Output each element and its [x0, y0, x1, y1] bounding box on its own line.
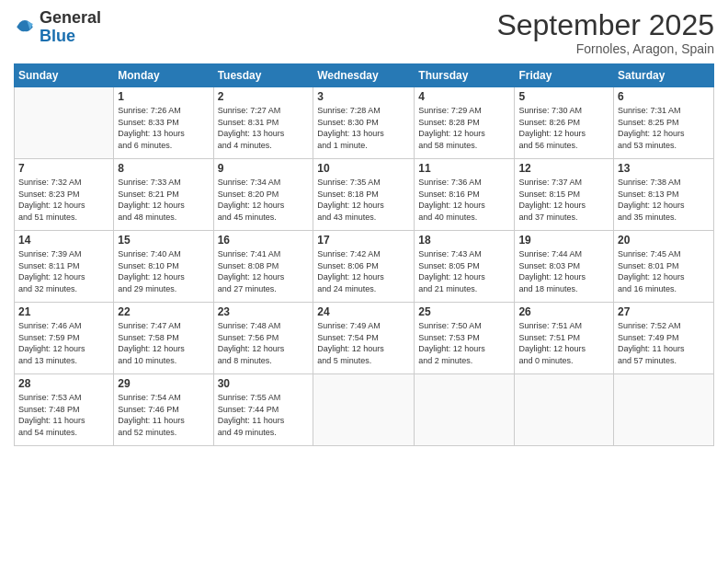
calendar-cell: 11Sunrise: 7:36 AM Sunset: 8:16 PM Dayli…: [415, 159, 515, 231]
calendar-cell: [313, 374, 415, 446]
day-number: 17: [317, 234, 410, 247]
day-number: 7: [18, 162, 109, 175]
col-thursday: Thursday: [415, 64, 515, 87]
day-number: 6: [618, 90, 710, 103]
logo-text: General Blue: [40, 9, 101, 46]
calendar-cell: 6Sunrise: 7:31 AM Sunset: 8:25 PM Daylig…: [614, 87, 714, 159]
calendar-cell: [515, 374, 614, 446]
calendar-cell: 29Sunrise: 7:54 AM Sunset: 7:46 PM Dayli…: [114, 374, 213, 446]
calendar-cell: 2Sunrise: 7:27 AM Sunset: 8:31 PM Daylig…: [213, 87, 313, 159]
calendar-cell: 22Sunrise: 7:47 AM Sunset: 7:58 PM Dayli…: [114, 303, 213, 374]
day-number: 25: [418, 305, 510, 318]
week-row-2: 7Sunrise: 7:32 AM Sunset: 8:23 PM Daylig…: [15, 159, 714, 231]
day-number: 3: [317, 90, 410, 103]
day-number: 9: [218, 162, 310, 175]
month-title: September 2025: [496, 9, 714, 41]
day-info: Sunrise: 7:37 AM Sunset: 8:15 PM Dayligh…: [518, 177, 609, 223]
week-row-4: 21Sunrise: 7:46 AM Sunset: 7:59 PM Dayli…: [15, 303, 714, 374]
day-info: Sunrise: 7:54 AM Sunset: 7:46 PM Dayligh…: [118, 392, 209, 438]
calendar-cell: 13Sunrise: 7:38 AM Sunset: 8:13 PM Dayli…: [614, 159, 714, 231]
day-info: Sunrise: 7:30 AM Sunset: 8:26 PM Dayligh…: [518, 105, 609, 151]
day-number: 11: [418, 162, 510, 175]
day-info: Sunrise: 7:52 AM Sunset: 7:49 PM Dayligh…: [618, 320, 710, 366]
day-info: Sunrise: 7:34 AM Sunset: 8:20 PM Dayligh…: [218, 177, 310, 223]
day-number: 29: [118, 377, 209, 390]
calendar-cell: 3Sunrise: 7:28 AM Sunset: 8:30 PM Daylig…: [313, 87, 415, 159]
col-sunday: Sunday: [15, 64, 114, 87]
calendar-cell: 21Sunrise: 7:46 AM Sunset: 7:59 PM Dayli…: [15, 303, 114, 374]
logo: General Blue: [14, 9, 101, 46]
day-number: 30: [218, 377, 310, 390]
day-info: Sunrise: 7:38 AM Sunset: 8:13 PM Dayligh…: [618, 177, 710, 223]
day-info: Sunrise: 7:26 AM Sunset: 8:33 PM Dayligh…: [118, 105, 209, 151]
day-info: Sunrise: 7:43 AM Sunset: 8:05 PM Dayligh…: [418, 248, 510, 294]
col-tuesday: Tuesday: [213, 64, 313, 87]
calendar-cell: [614, 374, 714, 446]
calendar-cell: 12Sunrise: 7:37 AM Sunset: 8:15 PM Dayli…: [515, 159, 614, 231]
day-info: Sunrise: 7:31 AM Sunset: 8:25 PM Dayligh…: [618, 105, 710, 151]
calendar-cell: 24Sunrise: 7:49 AM Sunset: 7:54 PM Dayli…: [313, 303, 415, 374]
calendar-cell: [15, 87, 114, 159]
page: General Blue September 2025 Fornoles, Ar…: [0, 0, 728, 563]
day-number: 5: [518, 90, 609, 103]
calendar-header-row: Sunday Monday Tuesday Wednesday Thursday…: [15, 64, 714, 87]
col-monday: Monday: [114, 64, 213, 87]
day-info: Sunrise: 7:44 AM Sunset: 8:03 PM Dayligh…: [518, 248, 609, 294]
day-number: 28: [18, 377, 109, 390]
day-number: 26: [518, 305, 609, 318]
day-info: Sunrise: 7:55 AM Sunset: 7:44 PM Dayligh…: [218, 392, 310, 438]
calendar-cell: 8Sunrise: 7:33 AM Sunset: 8:21 PM Daylig…: [114, 159, 213, 231]
day-info: Sunrise: 7:41 AM Sunset: 8:08 PM Dayligh…: [218, 248, 310, 294]
calendar-cell: 25Sunrise: 7:50 AM Sunset: 7:53 PM Dayli…: [415, 303, 515, 374]
day-number: 24: [317, 305, 410, 318]
calendar-cell: 28Sunrise: 7:53 AM Sunset: 7:48 PM Dayli…: [15, 374, 114, 446]
day-info: Sunrise: 7:36 AM Sunset: 8:16 PM Dayligh…: [418, 177, 510, 223]
day-info: Sunrise: 7:42 AM Sunset: 8:06 PM Dayligh…: [317, 248, 410, 294]
day-number: 2: [218, 90, 310, 103]
day-number: 8: [118, 162, 209, 175]
calendar-cell: 1Sunrise: 7:26 AM Sunset: 8:33 PM Daylig…: [114, 87, 213, 159]
day-number: 23: [218, 305, 310, 318]
calendar-cell: 27Sunrise: 7:52 AM Sunset: 7:49 PM Dayli…: [614, 303, 714, 374]
calendar-cell: 17Sunrise: 7:42 AM Sunset: 8:06 PM Dayli…: [313, 231, 415, 303]
day-number: 10: [317, 162, 410, 175]
day-number: 4: [418, 90, 510, 103]
day-info: Sunrise: 7:47 AM Sunset: 7:58 PM Dayligh…: [118, 320, 209, 366]
day-info: Sunrise: 7:50 AM Sunset: 7:53 PM Dayligh…: [418, 320, 510, 366]
day-info: Sunrise: 7:39 AM Sunset: 8:11 PM Dayligh…: [18, 248, 109, 294]
day-info: Sunrise: 7:46 AM Sunset: 7:59 PM Dayligh…: [18, 320, 109, 366]
day-info: Sunrise: 7:49 AM Sunset: 7:54 PM Dayligh…: [317, 320, 410, 366]
calendar-cell: 10Sunrise: 7:35 AM Sunset: 8:18 PM Dayli…: [313, 159, 415, 231]
logo-general: General: [40, 8, 101, 27]
calendar-cell: 18Sunrise: 7:43 AM Sunset: 8:05 PM Dayli…: [415, 231, 515, 303]
day-number: 18: [418, 234, 510, 247]
day-info: Sunrise: 7:40 AM Sunset: 8:10 PM Dayligh…: [118, 248, 209, 294]
calendar-cell: 19Sunrise: 7:44 AM Sunset: 8:03 PM Dayli…: [515, 231, 614, 303]
week-row-3: 14Sunrise: 7:39 AM Sunset: 8:11 PM Dayli…: [15, 231, 714, 303]
day-number: 12: [518, 162, 609, 175]
calendar-cell: [415, 374, 515, 446]
calendar-cell: 9Sunrise: 7:34 AM Sunset: 8:20 PM Daylig…: [213, 159, 313, 231]
day-info: Sunrise: 7:28 AM Sunset: 8:30 PM Dayligh…: [317, 105, 410, 151]
day-number: 14: [18, 234, 109, 247]
calendar-cell: 15Sunrise: 7:40 AM Sunset: 8:10 PM Dayli…: [114, 231, 213, 303]
calendar-cell: 26Sunrise: 7:51 AM Sunset: 7:51 PM Dayli…: [515, 303, 614, 374]
day-info: Sunrise: 7:32 AM Sunset: 8:23 PM Dayligh…: [18, 177, 109, 223]
day-number: 15: [118, 234, 209, 247]
calendar-cell: 23Sunrise: 7:48 AM Sunset: 7:56 PM Dayli…: [213, 303, 313, 374]
calendar-cell: 20Sunrise: 7:45 AM Sunset: 8:01 PM Dayli…: [614, 231, 714, 303]
calendar-cell: 5Sunrise: 7:30 AM Sunset: 8:26 PM Daylig…: [515, 87, 614, 159]
day-info: Sunrise: 7:33 AM Sunset: 8:21 PM Dayligh…: [118, 177, 209, 223]
day-number: 22: [118, 305, 209, 318]
calendar-cell: 4Sunrise: 7:29 AM Sunset: 8:28 PM Daylig…: [415, 87, 515, 159]
day-number: 16: [218, 234, 310, 247]
day-info: Sunrise: 7:27 AM Sunset: 8:31 PM Dayligh…: [218, 105, 310, 151]
calendar-cell: 7Sunrise: 7:32 AM Sunset: 8:23 PM Daylig…: [15, 159, 114, 231]
title-block: September 2025 Fornoles, Aragon, Spain: [496, 9, 714, 56]
week-row-1: 1Sunrise: 7:26 AM Sunset: 8:33 PM Daylig…: [15, 87, 714, 159]
day-info: Sunrise: 7:35 AM Sunset: 8:18 PM Dayligh…: [317, 177, 410, 223]
col-saturday: Saturday: [614, 64, 714, 87]
day-number: 13: [618, 162, 710, 175]
calendar-cell: 14Sunrise: 7:39 AM Sunset: 8:11 PM Dayli…: [15, 231, 114, 303]
calendar-cell: 16Sunrise: 7:41 AM Sunset: 8:08 PM Dayli…: [213, 231, 313, 303]
